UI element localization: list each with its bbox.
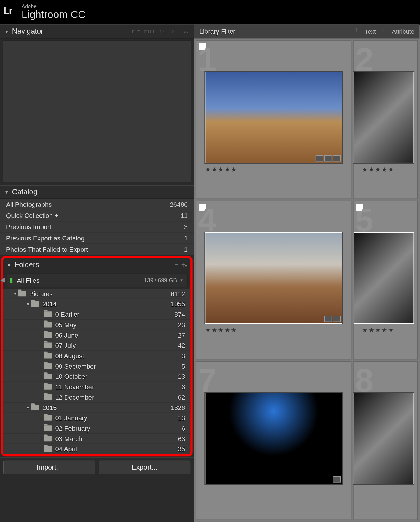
folder-row[interactable]: ⋮ 0 Earlier 874 bbox=[3, 309, 190, 320]
folder-row[interactable]: ⋮ 12 December 62 bbox=[3, 392, 190, 403]
triangle-icon[interactable]: ▼ bbox=[25, 302, 31, 306]
folder-icon bbox=[44, 436, 52, 441]
library-filter-bar: Library Filter : Text Attribute bbox=[194, 25, 420, 39]
export-button[interactable]: Export... bbox=[99, 461, 190, 474]
folder-row[interactable]: ⋮ 08 August 3 bbox=[3, 351, 190, 361]
catalog-item-label: Photos That Failed to Export bbox=[6, 246, 184, 253]
grid-cell[interactable]: 5 ★★★★★ bbox=[353, 201, 418, 360]
add-folder-button[interactable]: +▾ bbox=[181, 261, 187, 269]
folder-row[interactable]: ▼ 2014 1055 bbox=[3, 299, 190, 309]
grid-cell[interactable]: 1 ★★★★★ bbox=[196, 40, 352, 199]
rating-stars[interactable]: ★★★★★ bbox=[362, 166, 394, 173]
triangle-down-icon: ▼ bbox=[7, 262, 11, 267]
brand-small: Adobe bbox=[21, 4, 85, 9]
bullet-icon: ⋮ bbox=[38, 385, 44, 389]
folder-icon bbox=[44, 415, 52, 420]
thumbnail-badges bbox=[324, 316, 341, 322]
folder-count: 1055 bbox=[167, 300, 185, 308]
triangle-down-icon: ▼ bbox=[4, 190, 9, 194]
navigator-panel-header[interactable]: ▼ Navigator FIT FILL 1:1 2:1 ◂▸ bbox=[0, 25, 194, 39]
catalog-item-label: Previous Import bbox=[6, 223, 184, 230]
catalog-item-label: Previous Export as Catalog bbox=[6, 234, 184, 242]
catalog-item[interactable]: All Photographs 26486 bbox=[0, 199, 194, 210]
rating-stars[interactable]: ★★★★★ bbox=[362, 326, 394, 334]
volume-name: All Files bbox=[17, 277, 144, 284]
bullet-icon: ⋮ bbox=[38, 312, 44, 317]
flag-icon[interactable] bbox=[356, 204, 363, 211]
folder-name: 01 January bbox=[55, 414, 167, 421]
triangle-down-icon[interactable]: ▼ bbox=[180, 278, 184, 282]
folder-icon bbox=[44, 311, 52, 317]
thumbnail-grid[interactable]: 1 ★★★★★ 2 ★★★★★ 4 ★★★★★ 5 ★★★★★ 7 8 bbox=[194, 38, 420, 522]
folder-row[interactable]: ⋮ 05 May 23 bbox=[3, 320, 190, 330]
catalog-item[interactable]: Previous Import 3 bbox=[0, 221, 194, 233]
badge-icon bbox=[324, 316, 332, 322]
thumbnail[interactable] bbox=[205, 393, 342, 484]
bullet-icon: ⋮ bbox=[38, 374, 44, 379]
filter-text[interactable]: Text bbox=[356, 28, 376, 35]
folder-icon bbox=[18, 291, 26, 296]
grid-cell[interactable]: 7 bbox=[196, 361, 352, 520]
folder-row[interactable]: ⋮ 07 July 42 bbox=[3, 340, 190, 351]
triangle-icon[interactable]: ▼ bbox=[25, 405, 31, 410]
folder-icon bbox=[44, 363, 52, 369]
grid-cell[interactable]: 2 ★★★★★ bbox=[353, 40, 418, 199]
navigator-zoom-options[interactable]: FIT FILL 1:1 2:1 ◂▸ bbox=[131, 29, 189, 34]
folder-count: 63 bbox=[167, 435, 185, 442]
bullet-icon: ⋮ bbox=[38, 395, 44, 400]
import-button[interactable]: Import... bbox=[3, 461, 95, 474]
triangle-icon[interactable]: ▼ bbox=[12, 291, 18, 296]
folder-name: 04 April bbox=[55, 445, 167, 453]
catalog-item-count: 1 bbox=[184, 246, 188, 253]
folder-count: 23 bbox=[167, 321, 185, 328]
rating-stars[interactable]: ★★★★★ bbox=[205, 326, 238, 334]
badge-icon bbox=[316, 155, 323, 162]
thumbnail[interactable] bbox=[354, 72, 414, 163]
navigator-preview[interactable] bbox=[3, 40, 191, 182]
catalog-item[interactable]: Photos That Failed to Export 1 bbox=[0, 244, 194, 255]
badge-icon bbox=[333, 155, 341, 162]
folder-row[interactable]: ⋮ 02 February 6 bbox=[3, 423, 190, 434]
grid-cell[interactable]: 4 ★★★★★ bbox=[196, 201, 352, 360]
remove-folder-button[interactable]: − bbox=[175, 261, 179, 269]
folders-panel: ▼ Folders − +▾ All Files 139 / 699 GB ▼ … bbox=[1, 256, 192, 456]
folder-count: 13 bbox=[167, 414, 185, 421]
volume-bar[interactable]: All Files 139 / 699 GB ▼ bbox=[6, 273, 188, 287]
catalog-item[interactable]: Quick Collection + 11 bbox=[0, 210, 194, 222]
thumbnail[interactable] bbox=[205, 232, 342, 324]
flag-icon[interactable] bbox=[199, 43, 206, 50]
folder-row[interactable]: ⋮ 10 October 13 bbox=[3, 371, 190, 382]
folder-row[interactable]: ⋮ 11 November 6 bbox=[3, 382, 190, 392]
folder-icon bbox=[44, 332, 52, 338]
folder-count: 6 bbox=[167, 425, 185, 432]
panel-collapse-handle[interactable]: ◀ bbox=[0, 276, 5, 283]
thumbnail[interactable] bbox=[354, 393, 414, 484]
catalog-item-count: 11 bbox=[180, 212, 188, 219]
folder-row[interactable]: ▼ Pictures 6112 bbox=[3, 289, 190, 299]
folder-row[interactable]: ⋮ 04 April 35 bbox=[3, 444, 190, 454]
brand-big: Lightroom CC bbox=[21, 9, 85, 20]
thumbnail[interactable] bbox=[354, 232, 414, 324]
folders-panel-header[interactable]: ▼ Folders − +▾ bbox=[3, 258, 190, 272]
flag-icon[interactable] bbox=[199, 204, 206, 211]
folder-row[interactable]: ⋮ 09 September 5 bbox=[3, 361, 190, 371]
thumbnail[interactable] bbox=[205, 72, 342, 163]
filter-attribute[interactable]: Attribute bbox=[384, 28, 414, 35]
bullet-icon: ⋮ bbox=[38, 447, 44, 451]
folder-count: 35 bbox=[167, 445, 185, 453]
folder-row[interactable]: ▼ 2015 1326 bbox=[3, 403, 190, 413]
catalog-item[interactable]: Previous Export as Catalog 1 bbox=[0, 233, 194, 244]
folder-row[interactable]: ⋮ 03 March 63 bbox=[3, 434, 190, 444]
badge-icon bbox=[333, 476, 341, 483]
library-filter-label: Library Filter : bbox=[199, 28, 349, 35]
grid-cell[interactable]: 8 bbox=[353, 361, 418, 520]
catalog-panel-header[interactable]: ▼ Catalog bbox=[0, 185, 194, 199]
rating-stars[interactable]: ★★★★★ bbox=[205, 166, 238, 173]
folder-row[interactable]: ⋮ 01 January 13 bbox=[3, 413, 190, 423]
folder-icon bbox=[44, 353, 52, 358]
folder-icon bbox=[44, 394, 52, 400]
folder-icon bbox=[44, 374, 52, 379]
folder-name: 11 November bbox=[55, 383, 167, 390]
folder-name: 2014 bbox=[42, 300, 167, 308]
folder-row[interactable]: ⋮ 06 June 27 bbox=[3, 330, 190, 340]
